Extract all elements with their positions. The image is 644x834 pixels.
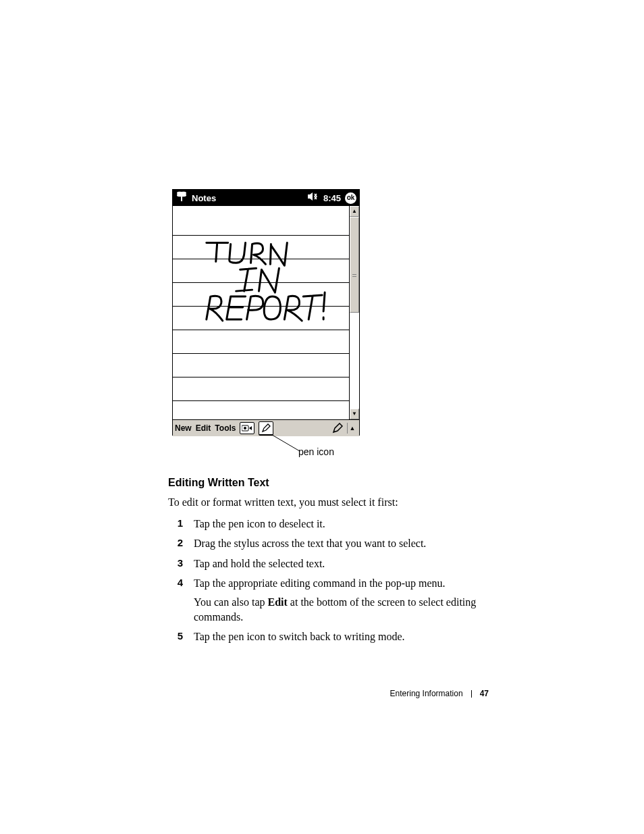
pda-titlebar: Notes 8:45 ok: [173, 190, 359, 206]
list-item: 1 Tap the pen icon to deselect it.: [168, 517, 485, 531]
pda-app-title: Notes: [192, 193, 216, 203]
menu-edit[interactable]: Edit: [196, 423, 211, 433]
scroll-up-button[interactable]: ▲: [350, 206, 359, 217]
step-number: 3: [168, 556, 183, 571]
step-text: Tap the pen icon to switch back to writi…: [194, 629, 485, 644]
notes-body: ▲ ▼: [173, 206, 359, 419]
svg-line-2: [272, 435, 300, 451]
steps-list: 1 Tap the pen icon to deselect it. 2 Dra…: [168, 512, 485, 645]
step-subtext: You can also tap Edit at the bottom of t…: [194, 595, 485, 625]
handwriting-ink: [173, 206, 349, 419]
step-text: Tap the appropriate editing command in t…: [194, 576, 485, 625]
step-sub-prefix: You can also tap: [194, 596, 267, 608]
menu-tools[interactable]: Tools: [215, 423, 236, 433]
volume-icon[interactable]: [307, 192, 319, 204]
step-main-text: Tap the appropriate editing command in t…: [194, 577, 446, 589]
step-number: 5: [168, 629, 183, 644]
scrollbar[interactable]: ▲ ▼: [349, 206, 359, 419]
footer-separator: [471, 690, 472, 698]
menu-new[interactable]: New: [175, 423, 192, 433]
scroll-down-button[interactable]: ▼: [350, 409, 359, 419]
scroll-thumb[interactable]: [350, 217, 359, 313]
page-number: 47: [480, 689, 489, 698]
list-item: 5 Tap the pen icon to switch back to wri…: [168, 629, 485, 644]
pda-screenshot: Notes 8:45 ok: [172, 189, 360, 436]
pen-icon-button[interactable]: [259, 421, 273, 436]
pda-menubar: New Edit Tools: [173, 419, 359, 436]
scroll-track[interactable]: [350, 313, 359, 409]
section-heading: Editing Written Text: [168, 477, 269, 489]
footer-chapter: Entering Information: [390, 689, 463, 698]
step-sub-bold: Edit: [267, 596, 287, 608]
notes-canvas[interactable]: [173, 206, 349, 419]
intro-paragraph: To edit or format written text, you must…: [168, 495, 485, 510]
step-number: 4: [168, 576, 183, 625]
step-number: 1: [168, 517, 183, 531]
record-button[interactable]: [240, 422, 254, 434]
list-item: 4 Tap the appropriate editing command in…: [168, 576, 485, 625]
sip-arrow-icon[interactable]: ▲: [347, 423, 357, 434]
sip-pen-icon[interactable]: [332, 423, 343, 434]
callout-label: pen icon: [298, 446, 334, 457]
step-text: Tap the pen icon to deselect it.: [194, 517, 485, 531]
step-text: Tap and hold the selected text.: [194, 556, 485, 571]
list-item: 3 Tap and hold the selected text.: [168, 556, 485, 571]
pda-clock: 8:45: [323, 193, 341, 203]
svg-point-1: [244, 427, 246, 429]
step-text: Drag the stylus across the text that you…: [194, 536, 485, 551]
page-footer: Entering Information 47: [0, 689, 644, 698]
start-icon[interactable]: [176, 190, 188, 205]
ok-button[interactable]: ok: [345, 192, 356, 204]
list-item: 2 Drag the stylus across the text that y…: [168, 536, 485, 551]
step-number: 2: [168, 536, 183, 551]
